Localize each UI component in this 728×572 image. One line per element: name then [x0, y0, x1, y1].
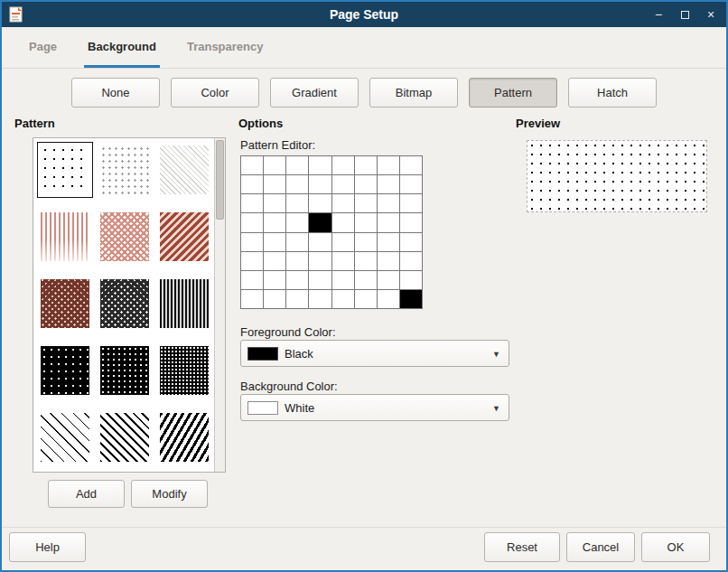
- pattern-editor-cell-5-7[interactable]: [400, 252, 422, 270]
- pattern-editor-cell-2-7[interactable]: [400, 194, 422, 212]
- pattern-list[interactable]: [33, 137, 226, 473]
- fill-bitmap-button[interactable]: Bitmap: [369, 78, 458, 108]
- pattern-editor-cell-2-4[interactable]: [332, 194, 354, 212]
- pattern-editor-cell-5-5[interactable]: [355, 252, 377, 270]
- pattern-editor-cell-5-6[interactable]: [378, 252, 399, 270]
- pattern-editor-cell-3-4[interactable]: [332, 213, 354, 231]
- fill-hatch-button[interactable]: Hatch: [568, 78, 657, 108]
- pattern-editor-cell-7-1[interactable]: [264, 290, 285, 308]
- tab-page[interactable]: Page: [25, 27, 61, 68]
- help-button[interactable]: Help: [9, 532, 86, 562]
- pattern-swatch-diagonal-medium[interactable]: [97, 409, 153, 465]
- pattern-swatch-crosshatch-maroon[interactable]: [37, 276, 93, 332]
- pattern-editor-cell-5-2[interactable]: [286, 252, 308, 270]
- pattern-editor-cell-0-3[interactable]: [309, 156, 331, 174]
- pattern-swatch-vertical-dense-dark[interactable]: [156, 276, 212, 332]
- pattern-editor-cell-4-3[interactable]: [309, 233, 331, 251]
- fill-none-button[interactable]: None: [71, 78, 160, 108]
- pattern-editor-cell-6-6[interactable]: [378, 271, 399, 289]
- modify-button[interactable]: Modify: [131, 480, 208, 508]
- scrollbar-thumb[interactable]: [216, 140, 224, 220]
- pattern-editor-cell-5-3[interactable]: [309, 252, 331, 270]
- pattern-editor-cell-2-0[interactable]: [241, 194, 263, 212]
- pattern-editor-cell-3-6[interactable]: [378, 213, 399, 231]
- pattern-editor-cell-4-2[interactable]: [286, 233, 308, 251]
- pattern-editor-cell-0-6[interactable]: [378, 156, 399, 174]
- pattern-editor-cell-6-7[interactable]: [400, 271, 422, 289]
- pattern-editor-cell-7-5[interactable]: [355, 290, 377, 308]
- pattern-editor-cell-7-0[interactable]: [241, 290, 263, 308]
- pattern-editor-cell-0-4[interactable]: [332, 156, 354, 174]
- pattern-editor-cell-2-1[interactable]: [264, 194, 285, 212]
- foreground-color-dropdown[interactable]: Black ▼: [240, 340, 509, 367]
- pattern-editor-cell-3-5[interactable]: [355, 213, 377, 231]
- pattern-editor-cell-2-6[interactable]: [378, 194, 399, 212]
- pattern-swatch-vertical-light-red[interactable]: [37, 209, 93, 265]
- pattern-editor-cell-0-7[interactable]: [400, 156, 422, 174]
- pattern-swatch-diagonal-faint[interactable]: [156, 142, 212, 198]
- add-button[interactable]: Add: [48, 480, 125, 508]
- pattern-editor-cell-5-0[interactable]: [241, 252, 263, 270]
- pattern-editor-cell-7-2[interactable]: [286, 290, 308, 308]
- pattern-editor-cell-3-1[interactable]: [264, 213, 285, 231]
- pattern-swatch-crosshatch-light-red[interactable]: [97, 209, 153, 265]
- pattern-editor-cell-1-3[interactable]: [309, 175, 331, 193]
- pattern-swatch-crosshatch-dark[interactable]: [97, 276, 153, 332]
- pattern-swatch-diagonal-dense[interactable]: [156, 409, 212, 465]
- pattern-editor-cell-0-5[interactable]: [355, 156, 377, 174]
- pattern-editor-cell-0-1[interactable]: [264, 156, 285, 174]
- tab-background[interactable]: Background: [84, 27, 160, 68]
- background-color-dropdown[interactable]: White ▼: [240, 394, 509, 421]
- tab-transparency[interactable]: Transparency: [183, 27, 267, 68]
- pattern-editor-cell-6-5[interactable]: [355, 271, 377, 289]
- close-button[interactable]: ×: [705, 2, 717, 27]
- pattern-editor-cell-6-0[interactable]: [241, 271, 263, 289]
- pattern-list-scrollbar[interactable]: [214, 138, 225, 472]
- pattern-editor-cell-1-0[interactable]: [241, 175, 263, 193]
- pattern-editor-cell-6-1[interactable]: [264, 271, 285, 289]
- pattern-editor-cell-0-0[interactable]: [241, 156, 263, 174]
- pattern-editor-cell-7-4[interactable]: [332, 290, 354, 308]
- pattern-editor-cell-4-4[interactable]: [332, 233, 354, 251]
- pattern-editor-cell-6-2[interactable]: [286, 271, 308, 289]
- pattern-editor-cell-3-2[interactable]: [286, 213, 308, 231]
- pattern-swatch-dots-faint[interactable]: [97, 142, 153, 198]
- pattern-editor-cell-1-5[interactable]: [355, 175, 377, 193]
- ok-button[interactable]: OK: [641, 532, 710, 562]
- pattern-editor-cell-4-5[interactable]: [355, 233, 377, 251]
- pattern-swatch-black-dots-fine[interactable]: [156, 342, 212, 399]
- fill-pattern-button[interactable]: Pattern: [469, 78, 557, 108]
- pattern-swatch-dots-sparse[interactable]: [37, 142, 93, 198]
- pattern-editor-cell-7-7[interactable]: [400, 290, 422, 308]
- pattern-editor-cell-6-4[interactable]: [332, 271, 354, 289]
- minimize-button[interactable]: −: [652, 2, 665, 27]
- pattern-editor-cell-5-1[interactable]: [264, 252, 285, 270]
- pattern-editor-cell-4-7[interactable]: [400, 233, 422, 251]
- pattern-editor-cell-5-4[interactable]: [332, 252, 354, 270]
- pattern-editor-cell-6-3[interactable]: [309, 271, 331, 289]
- pattern-editor-cell-1-2[interactable]: [286, 175, 308, 193]
- pattern-editor-cell-1-4[interactable]: [332, 175, 354, 193]
- pattern-editor-cell-2-5[interactable]: [355, 194, 377, 212]
- pattern-editor-cell-3-0[interactable]: [241, 213, 263, 231]
- cancel-button[interactable]: Cancel: [566, 532, 635, 562]
- reset-button[interactable]: Reset: [484, 532, 560, 562]
- pattern-editor-cell-7-3[interactable]: [309, 290, 331, 308]
- pattern-editor-cell-4-6[interactable]: [378, 233, 399, 251]
- pattern-editor-cell-3-7[interactable]: [400, 213, 422, 231]
- pattern-editor-cell-2-2[interactable]: [286, 194, 308, 212]
- pattern-editor-cell-3-3[interactable]: [309, 213, 331, 231]
- pattern-editor-cell-7-6[interactable]: [378, 290, 399, 308]
- pattern-editor-cell-1-1[interactable]: [264, 175, 285, 193]
- pattern-editor-cell-2-3[interactable]: [309, 194, 331, 212]
- pattern-editor-cell-1-7[interactable]: [400, 175, 422, 193]
- restore-button[interactable]: [678, 2, 691, 27]
- fill-color-button[interactable]: Color: [171, 78, 259, 108]
- pattern-editor-grid[interactable]: [240, 155, 423, 309]
- pattern-editor-cell-0-2[interactable]: [286, 156, 308, 174]
- pattern-editor-cell-1-6[interactable]: [378, 175, 399, 193]
- pattern-swatch-diagonal-red[interactable]: [156, 209, 212, 265]
- fill-gradient-button[interactable]: Gradient: [270, 78, 359, 108]
- pattern-editor-cell-4-1[interactable]: [264, 233, 285, 251]
- pattern-swatch-black-dots-medium[interactable]: [97, 342, 153, 399]
